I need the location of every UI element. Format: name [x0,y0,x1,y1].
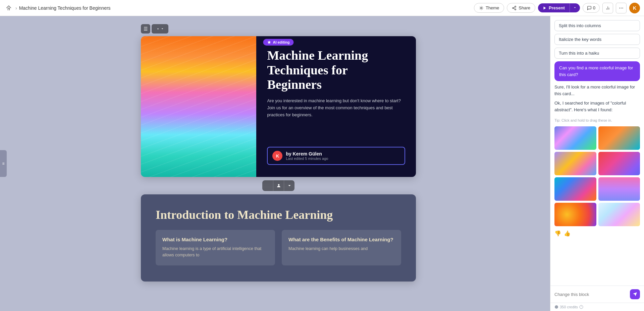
chip-split-columns[interactable]: Split this into columns [554,20,640,31]
credits-row: 350 credits [550,303,644,311]
avatar[interactable]: K [629,3,640,13]
image-result-5[interactable] [554,177,596,201]
feedback-row: 👎 👍 [554,230,640,237]
sidebar-toggle-button[interactable]: ≡ [0,150,7,177]
svg-point-13 [278,184,279,186]
slide-1-description: Are you interested in machine learning b… [267,98,405,118]
slide-2-col-1-text: Machine learning is a type of artificial… [162,246,268,259]
slide-options-button[interactable] [284,180,294,191]
slide-2-col-1-title: What is Machine Learning? [162,237,268,242]
svg-marker-6 [544,6,546,9]
breadcrumb-chevron: › [15,5,17,11]
present-main-button[interactable]: Present [538,3,570,12]
share-button[interactable]: Share [507,3,535,13]
topbar-right: Theme Share Present 0 [474,3,640,13]
send-button[interactable] [630,289,640,299]
image-result-1[interactable] [554,126,596,150]
chip-haiku[interactable]: Turn this into a haiku [554,48,640,59]
svg-point-10 [158,28,159,29]
image-result-2[interactable] [598,126,640,150]
canvas-area: ☰ AI editing Machin [7,16,550,311]
svg-line-4 [514,8,515,9]
image-result-4[interactable] [598,152,640,175]
ai-editing-badge: AI editing [263,39,293,46]
image-result-8[interactable] [598,203,640,226]
svg-line-5 [514,7,515,7]
present-dropdown-button[interactable] [570,3,580,12]
credits-count: 350 credits [560,305,578,309]
user-message: Can you find a more colorful image for t… [554,61,640,81]
chip-italicize[interactable]: Italicize the key words [554,34,640,45]
slide-1-author-time: Last edited 5 minutes ago [286,157,328,161]
slide-2-col-2-title: What are the Benefits of Machine Learnin… [288,237,394,242]
between-slides-toolbar [262,180,294,191]
comments-button[interactable]: 0 [583,3,600,13]
sidebar-toggle-icon: ≡ [2,161,4,166]
svg-point-1 [515,6,516,7]
ai-response-1: Sure, I'll look for a more colorful imag… [554,84,640,97]
ai-response-2: Ok, I searched for images of "colorful a… [554,100,640,113]
slide-1: AI editing Machine Learning Techniques f… [141,36,416,177]
slide-1-content: Machine Learning Techniques for Beginner… [256,36,416,177]
slide-1-avatar: K [272,151,282,161]
main-layout: ≡ ☰ AI editing [0,16,644,311]
slide-2: Introduction to Machine Learning What is… [141,194,416,282]
image-result-6[interactable] [598,177,640,201]
slide-2-col-2: What are the Benefits of Machine Learnin… [282,230,401,265]
more-icon: ··· [619,5,623,11]
image-results-grid [554,126,640,226]
topbar: › Machine Learning Techniques for Beginn… [0,0,644,16]
ai-editing-label: AI editing [273,40,289,44]
thumbs-down-button[interactable]: 👎 [554,230,561,237]
slide-1-author-name: by Kerem Gülen [286,151,328,157]
collaborator-button[interactable] [273,180,284,191]
svg-point-3 [515,9,516,10]
thumbs-up-button[interactable]: 👍 [564,230,571,237]
theme-label: Theme [486,5,499,10]
chat-history: Split this into columns Italicize the ke… [550,16,644,286]
image-result-7[interactable] [554,203,596,226]
topbar-left: › Machine Learning Techniques for Beginn… [4,3,471,13]
home-button[interactable] [4,3,13,13]
slide-1-image [141,36,256,177]
tip-text: Tip: Click and hold to drag these in. [554,118,640,122]
add-slide-button[interactable] [262,180,273,191]
slide-2-columns: What is Machine Learning? Machine learni… [156,230,401,265]
comments-count: 0 [593,5,595,10]
slide-2-title: Introduction to Machine Learning [156,208,401,222]
slide-1-title: Machine Learning Techniques for Beginner… [267,48,405,92]
chat-input-area [550,286,644,303]
right-panel: Split this into columns Italicize the ke… [550,16,644,311]
slide-2-col-1: What is Machine Learning? Machine learni… [156,230,275,265]
svg-point-0 [481,7,482,9]
slide-1-author-block: K by Kerem Gülen Last edited 5 minutes a… [267,147,405,165]
slide-menu-button[interactable]: ☰ [141,24,150,34]
slide-1-container: ☰ AI editing Machin [141,24,416,177]
slide-2-col-2-text: Machine learning can help businesses and [288,246,394,252]
share-label: Share [519,5,530,10]
more-button[interactable]: ··· [616,3,627,13]
svg-point-2 [513,7,514,9]
page-title: Machine Learning Techniques for Beginner… [19,5,111,11]
analytics-button[interactable] [602,3,613,13]
svg-point-16 [555,305,558,309]
present-button-group: Present [538,3,580,12]
left-sidebar: ≡ [0,16,7,311]
slide-edit-button[interactable] [152,24,168,34]
image-result-3[interactable] [554,152,596,175]
chat-input[interactable] [554,292,627,297]
svg-marker-15 [633,292,637,296]
theme-button[interactable]: Theme [474,3,504,13]
present-label: Present [549,5,565,10]
